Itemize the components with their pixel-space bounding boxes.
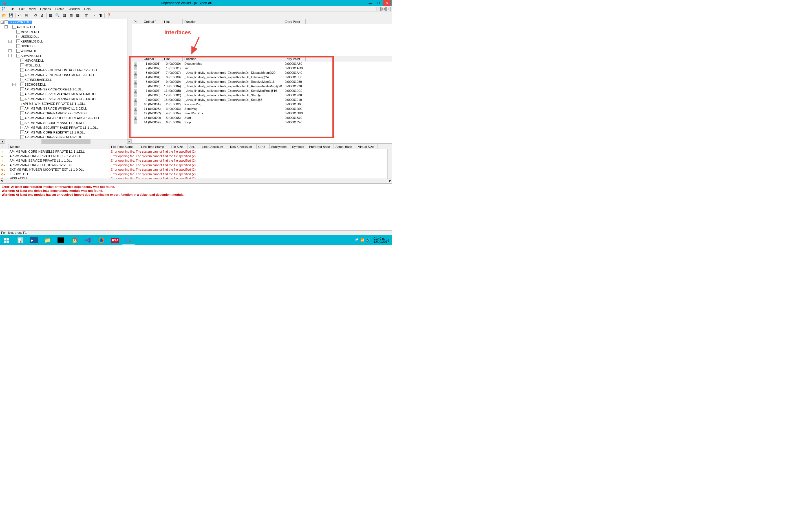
col-hint2[interactable]: Hint bbox=[162, 56, 183, 61]
export-row[interactable]: C12 (0x000C)4 (0x0004)SendMsgProc0x00001… bbox=[132, 111, 392, 115]
col-function[interactable]: Function bbox=[183, 19, 283, 24]
col-entrypoint[interactable]: Entry Point bbox=[283, 19, 306, 24]
taskbar-rsa[interactable]: RSA bbox=[108, 235, 122, 245]
match-button[interactable]: ◨ bbox=[97, 12, 103, 18]
tree-label[interactable]: API-MS-WIN-CORE-REGISTRY-L1-1-0.DLL bbox=[24, 131, 86, 134]
tree-label[interactable]: NTDLL.DLL bbox=[24, 64, 42, 67]
tree-node[interactable]: ▫API-MS-WIN-EVENTING-CONTROLLER-L1-1-0.D… bbox=[1, 68, 131, 72]
tree-node[interactable]: ▫API-MS-WIN-SERVICE-WINSVC-L1-2-0.DLL bbox=[1, 106, 131, 111]
mod-scroll-right[interactable]: ► bbox=[389, 179, 392, 183]
viewer-button[interactable]: 🔍 bbox=[54, 12, 61, 18]
tree-node[interactable]: ▫NTDLL.DLL bbox=[1, 63, 131, 68]
tree-node[interactable]: -▫AVIFIL32.DLL bbox=[1, 24, 131, 29]
prev-button[interactable]: ◫ bbox=[84, 12, 90, 18]
export-row[interactable]: C14 (0x000E)6 (0x0006)Stop0x00001C40 bbox=[132, 120, 392, 124]
export-row[interactable]: C3 (0x0003)7 (0x0007)_Java_linktivity_na… bbox=[132, 70, 392, 75]
minimize-button[interactable]: — bbox=[366, 0, 374, 6]
autoexpand-button[interactable]: ⟲ bbox=[32, 12, 38, 18]
tree-label[interactable]: MSVCRT.DLL bbox=[24, 59, 44, 62]
module-col-header[interactable]: Preferred Base bbox=[307, 144, 334, 149]
tree-label[interactable]: LKEXPORT.DLL bbox=[8, 20, 32, 24]
tree-node[interactable]: ▫API-MS-WIN-SERVICE-MANAGEMENT-L1-1-0.DL… bbox=[1, 92, 131, 96]
maximize-button[interactable]: ❐ bbox=[374, 0, 383, 6]
taskbar-powershell[interactable]: ▶_ bbox=[27, 235, 41, 245]
tray-sound-icon[interactable]: 🔊 bbox=[366, 238, 370, 242]
tree-hscrollbar[interactable]: ◄ ► bbox=[0, 139, 132, 144]
export-row[interactable]: C13 (0x000D)5 (0x0005)Start0x00001B70 bbox=[132, 115, 392, 120]
module-col-header[interactable]: File Size bbox=[169, 144, 188, 149]
col-pi[interactable]: PI bbox=[132, 19, 142, 24]
module-col-header[interactable]: Actual Base bbox=[334, 144, 356, 149]
sysinfo-button[interactable]: ▥ bbox=[68, 12, 74, 18]
tree-label[interactable]: API-MS-WIN-CORE-PROCESSTHREADS-L1-1-2.DL… bbox=[24, 116, 100, 120]
copy-button[interactable]: ⎘ bbox=[23, 12, 30, 18]
help-button[interactable]: ❓ bbox=[106, 12, 112, 18]
tree-node[interactable]: ▫API-MS-WIN-EVENTING-CONSUMER-L1-1-0.DLL bbox=[1, 72, 131, 77]
tree-label[interactable]: API-MS-WIN-SERVICE-MANAGEMENT-L1-1-0.DLL bbox=[24, 93, 97, 96]
module-col-header[interactable]: Module bbox=[8, 144, 109, 149]
tree-node[interactable]: +▫WINMM.DLL bbox=[1, 48, 131, 53]
tree-label[interactable]: MSVCRT.DLL bbox=[20, 30, 40, 34]
tree-node[interactable]: ▫API-MS-WIN-SECURITY-BASE-PRIVATE-L1-1-1… bbox=[1, 125, 131, 130]
tree-node[interactable]: ▫API-MS-WIN-SERVICE-MANAGEMENT-L2-1-0.DL… bbox=[1, 96, 131, 101]
module-col-header[interactable]: Subsystem bbox=[269, 144, 290, 149]
tree-label[interactable]: SECHOST.DLL bbox=[24, 83, 46, 86]
module-col-header[interactable]: Link Time Stamp bbox=[139, 144, 169, 149]
module-col-header[interactable]: Attr. bbox=[188, 144, 200, 149]
scroll-left-button[interactable]: ◄ bbox=[0, 139, 4, 144]
export-row[interactable]: C6 (0x0006)10 (0x000A)_Java_linktivity_n… bbox=[132, 84, 392, 89]
menu-profile[interactable]: Profile bbox=[53, 7, 66, 11]
tree-label[interactable]: GDI32.DLL bbox=[20, 45, 37, 48]
tree-label[interactable]: API-MS-WIN-CORE-SYSINFO-L1-2-1.DLL bbox=[24, 135, 84, 139]
expander-icon[interactable]: - bbox=[1, 20, 4, 24]
module-row[interactable]: ⬥API-MS-WIN-CORE-PRIVATEPROFILE-L1-1-1.D… bbox=[0, 154, 392, 158]
tree-node[interactable]: ▫MSVCRT.DLL bbox=[1, 29, 131, 34]
tree-label[interactable]: API-MS-WIN-SERVICE-WINSVC-L1-2-0.DLL bbox=[24, 107, 87, 110]
tree-node-root[interactable]: -▫LKEXPORT.DLL bbox=[1, 20, 131, 24]
col-ordinal[interactable]: Ordinal ^ bbox=[142, 19, 162, 24]
tree-node[interactable]: ▫API-MS-WIN-CORE-NAMEDPIPE-L1-2-0.DLL bbox=[1, 111, 131, 115]
tree-label[interactable]: AVIFIL32.DLL bbox=[16, 25, 36, 29]
tree-label[interactable]: API-MS-WIN-SERVICE-PRIVATE-L1-1-1.DLL bbox=[22, 102, 86, 105]
tree-node[interactable]: +▫SECHOST.DLL bbox=[1, 82, 131, 87]
taskbar-cmd[interactable] bbox=[54, 235, 68, 245]
fullpaths-button[interactable]: 🗎 bbox=[39, 12, 45, 18]
tree-label[interactable]: API-MS-WIN-SERVICE-CORE-L1-1-1.DLL bbox=[24, 88, 84, 91]
taskbar-visualstudio[interactable] bbox=[81, 235, 95, 245]
tree-node[interactable]: ⬥API-MS-WIN-SERVICE-PRIVATE-L1-1-1.DLL bbox=[1, 101, 131, 106]
tree-node[interactable]: ▫MSVCRT.DLL bbox=[1, 58, 131, 63]
module-row[interactable]: ⏱⬥EXT-MS-WIN-NTUSER-UICONTEXT-EXT-L1-1-0… bbox=[0, 167, 392, 172]
doc-close-button[interactable]: × bbox=[386, 7, 391, 11]
tree-node[interactable]: +▫KERNEL32.DLL bbox=[1, 39, 131, 44]
doc-restore-button[interactable]: ❐ bbox=[381, 7, 386, 11]
tree-node[interactable]: ▫API-MS-WIN-SERVICE-CORE-L1-1-1.DLL bbox=[1, 87, 131, 92]
tree-node[interactable]: ▫API-MS-WIN-CORE-PROCESSTHREADS-L1-1-2.D… bbox=[1, 115, 131, 120]
next-button[interactable]: ▭ bbox=[90, 12, 96, 18]
export-row[interactable]: C5 (0x0005)9 (0x0009)_Java_linktivity_na… bbox=[132, 79, 392, 84]
col-entrypoint2[interactable]: Entry Point bbox=[283, 56, 306, 61]
start-button[interactable] bbox=[0, 235, 13, 245]
menu-edit[interactable]: Edit bbox=[17, 7, 27, 11]
export-row[interactable]: C10 (0x000A)2 (0x0002)ReceiveMsg0x00001D… bbox=[132, 102, 392, 107]
module-col-header[interactable]: ^ bbox=[0, 144, 8, 149]
taskbar-server-manager[interactable]: 📊 bbox=[13, 235, 27, 245]
tree-vscrollbar[interactable] bbox=[127, 19, 132, 139]
col-e[interactable]: E bbox=[132, 56, 142, 61]
module-col-header[interactable]: Symbols bbox=[290, 144, 307, 149]
export-row[interactable]: C1 (0x0001)0 (0x0000)DispatchMsg0x00001A… bbox=[132, 61, 392, 66]
tree-node[interactable]: ▫API-MS-WIN-CORE-SYSINFO-L1-2-1.DLL bbox=[1, 135, 131, 139]
menu-file[interactable]: File bbox=[7, 7, 17, 11]
cut-button[interactable]: c:\ bbox=[17, 12, 23, 18]
export-row[interactable]: C8 (0x0008)12 (0x000C)_Java_linktivity_n… bbox=[132, 93, 392, 98]
tree-label[interactable]: API-MS-WIN-SECURITY-BASE-PRIVATE-L1-1-1.… bbox=[24, 126, 99, 129]
tree-node[interactable]: ▫GDI32.DLL bbox=[1, 44, 131, 48]
export-row[interactable]: C7 (0x0007)11 (0x000B)_Java_linktivity_n… bbox=[132, 89, 392, 93]
expander-icon[interactable]: - bbox=[8, 54, 11, 57]
tree-node[interactable]: ▫API-MS-WIN-SECURITY-BASE-L1-2-0.DLL bbox=[1, 120, 131, 125]
taskbar-depends[interactable] bbox=[122, 235, 135, 245]
tray-clock[interactable]: 01:40 p. m. 12/10/2017 bbox=[372, 237, 391, 243]
scroll-right-button[interactable]: ► bbox=[127, 139, 132, 144]
menu-view[interactable]: View bbox=[27, 7, 38, 11]
menu-window[interactable]: Window bbox=[66, 7, 82, 11]
export-row[interactable]: C11 (0x000B)3 (0x0003)SendMsg0x00001D90 bbox=[132, 107, 392, 111]
